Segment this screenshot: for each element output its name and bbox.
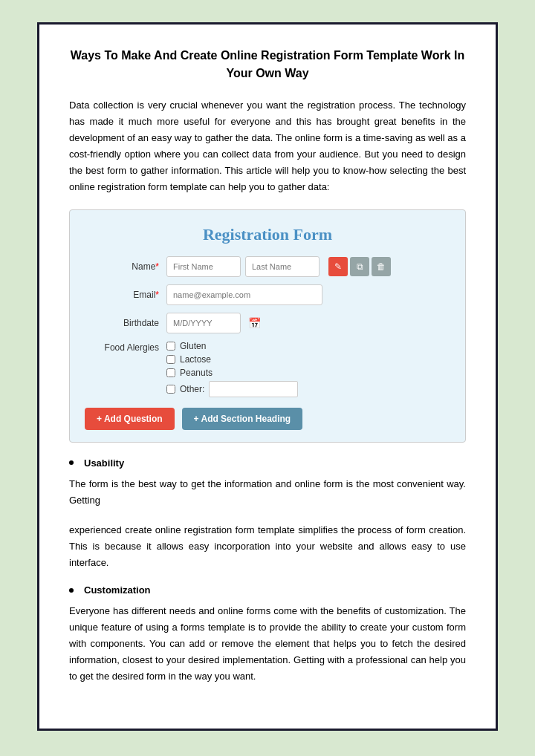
name-label: Name* bbox=[85, 261, 166, 272]
delete-icon[interactable]: 🗑 bbox=[372, 257, 391, 276]
form-screenshot: Registration Form Name* ✎ ⧉ 🗑 Email* bbox=[69, 209, 466, 443]
gluten-checkbox[interactable] bbox=[166, 342, 175, 351]
birthdate-input[interactable] bbox=[166, 313, 241, 333]
usability-heading: Usability bbox=[69, 457, 466, 469]
customization-text: Everyone has different needs and online … bbox=[69, 603, 466, 685]
food-label: Food Alergies bbox=[85, 341, 166, 353]
last-name-input[interactable] bbox=[245, 256, 320, 277]
food-inputs: Gluten Lactose Peanuts Other: bbox=[166, 341, 450, 397]
customization-heading: Customization bbox=[69, 584, 466, 596]
add-section-button[interactable]: + Add Section Heading bbox=[182, 408, 303, 430]
calendar-icon: 📅 bbox=[248, 317, 261, 329]
checkbox-group: Gluten Lactose Peanuts Other: bbox=[166, 341, 298, 397]
form-birthdate-row: Birthdate 📅 bbox=[85, 313, 450, 333]
form-email-row: Email* bbox=[85, 284, 450, 305]
copy-icon[interactable]: ⧉ bbox=[350, 257, 369, 276]
usability-text2: experienced create online registration f… bbox=[69, 522, 466, 571]
customization-section: Customization Everyone has different nee… bbox=[69, 584, 466, 685]
form-title: Registration Form bbox=[85, 225, 450, 244]
usability-section: Usability The form is the best way to ge… bbox=[69, 457, 466, 571]
bullet-dot-usability bbox=[69, 460, 74, 465]
lactose-checkbox[interactable] bbox=[166, 355, 175, 364]
form-actions: + Add Question + Add Section Heading bbox=[85, 408, 450, 430]
other-text-input[interactable] bbox=[209, 381, 298, 397]
peanuts-checkbox[interactable] bbox=[166, 368, 175, 377]
email-label: Email* bbox=[85, 290, 166, 300]
other-checkbox-item[interactable]: Other: bbox=[166, 381, 298, 397]
name-row-icons: ✎ ⧉ 🗑 bbox=[328, 257, 391, 276]
article-title: Ways To Make And Create Online Registrat… bbox=[69, 47, 466, 82]
article-card: Ways To Make And Create Online Registrat… bbox=[37, 22, 498, 731]
edit-icon[interactable]: ✎ bbox=[328, 257, 348, 276]
first-name-input[interactable] bbox=[166, 256, 241, 277]
form-name-row: Name* ✎ ⧉ 🗑 bbox=[85, 256, 450, 277]
lactose-label: Lactose bbox=[180, 354, 211, 365]
gluten-checkbox-item[interactable]: Gluten bbox=[166, 341, 298, 351]
article-intro: Data collection is very crucial whenever… bbox=[69, 97, 466, 196]
email-input[interactable] bbox=[166, 284, 322, 305]
other-label: Other: bbox=[180, 384, 204, 394]
lactose-checkbox-item[interactable]: Lactose bbox=[166, 354, 298, 365]
gluten-label: Gluten bbox=[180, 341, 206, 351]
birthdate-label: Birthdate bbox=[85, 318, 166, 328]
add-question-button[interactable]: + Add Question bbox=[85, 408, 175, 430]
birthdate-inputs: 📅 bbox=[166, 313, 450, 333]
bullet-dot-customization bbox=[69, 588, 74, 593]
peanuts-label: Peanuts bbox=[180, 368, 213, 378]
other-checkbox[interactable] bbox=[166, 385, 175, 394]
peanuts-checkbox-item[interactable]: Peanuts bbox=[166, 368, 298, 378]
form-food-row: Food Alergies Gluten Lactose Peanuts bbox=[85, 341, 450, 397]
email-inputs bbox=[166, 284, 450, 305]
name-inputs: ✎ ⧉ 🗑 bbox=[166, 256, 450, 277]
usability-text1: The form is the best way to get the info… bbox=[69, 476, 466, 509]
